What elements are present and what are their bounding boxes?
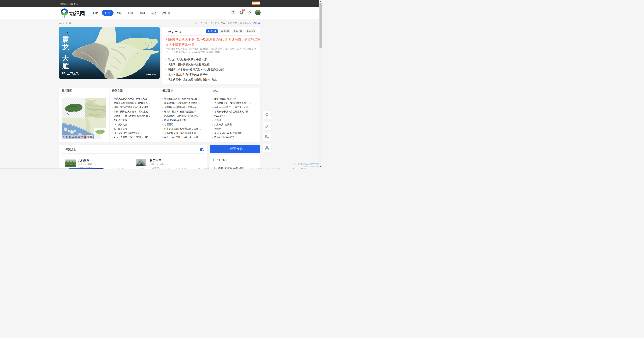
svg-text:5: 5 [75,135,77,138]
svg-text:7: 7 [81,135,83,138]
svg-text:9: 9 [88,135,89,138]
svg-text:8: 8 [84,135,86,138]
svg-text:2: 2 [66,135,68,138]
svg-text:10: 10 [90,135,93,138]
svg-text:4: 4 [72,135,74,138]
svg-text:6: 6 [78,135,80,138]
svg-text:3: 3 [69,135,70,138]
svg-text:1: 1 [63,135,64,138]
svg-text:协 纪 网: 协 纪 网 [68,129,76,132]
